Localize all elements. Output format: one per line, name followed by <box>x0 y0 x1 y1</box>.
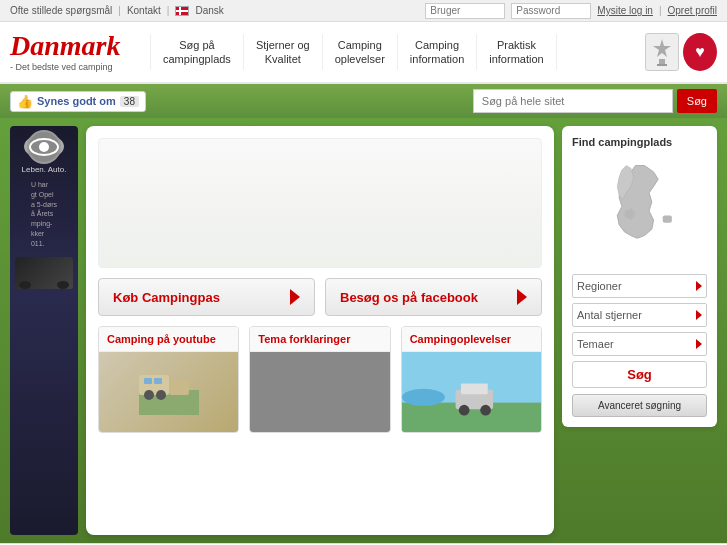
heart-icon: ♥ <box>683 33 717 71</box>
right-sidebar: Find campingplads Regioner <box>562 126 717 535</box>
nav-item-praktisk[interactable]: Praktisk information <box>477 34 556 71</box>
ad-text: U hargt Opela 5-dørså Åretsmping-kker011… <box>31 180 57 249</box>
oplevelser-card[interactable]: Campingoplevelser <box>401 326 542 433</box>
like-label: Synes godt om <box>37 95 116 107</box>
banner-buttons: Køb Campingpas Besøg os på facebook <box>98 278 542 316</box>
wheel-left <box>19 281 31 289</box>
register-link[interactable]: Opret profil <box>668 5 717 16</box>
svg-point-17 <box>480 405 491 416</box>
svg-rect-10 <box>144 378 152 384</box>
search-bar: 👍 Synes godt om 38 Søg <box>0 84 727 118</box>
arrow-right-icon <box>290 289 300 305</box>
lang-link[interactable]: Dansk <box>195 5 223 16</box>
site-search-area: Søg <box>473 89 717 113</box>
contact-link[interactable]: Kontakt <box>127 5 161 16</box>
opel-ad[interactable]: Leben. Auto. U hargt Opela 5-dørså Årets… <box>10 126 78 535</box>
left-ad: Leben. Auto. U hargt Opela 5-dørså Årets… <box>10 126 78 535</box>
tema-card-title: Tema forklaringer <box>250 327 389 352</box>
nav-bar: Danmark - Det bedste ved camping Søg på … <box>0 22 727 84</box>
like-count: 38 <box>120 96 139 107</box>
thumbs-up-icon: 👍 <box>17 94 33 109</box>
camping-award-icon <box>645 33 679 71</box>
arrow-right-icon-2 <box>517 289 527 305</box>
svg-point-9 <box>156 390 166 400</box>
opel-logo <box>24 134 64 159</box>
svg-rect-1 <box>657 64 667 66</box>
center-main: Køb Campingpas Besøg os på facebook Camp… <box>86 126 554 535</box>
facebook-button[interactable]: Besøg os på facebook <box>325 278 542 316</box>
youtube-card[interactable]: Camping på youtube <box>98 326 239 433</box>
youtube-thumbnail <box>99 352 238 432</box>
username-input[interactable] <box>425 3 505 19</box>
top-bar-left: Ofte stillede spørgsmål | Kontakt | Dans… <box>10 5 224 16</box>
find-campingplads: Find campingplads Regioner <box>562 126 717 427</box>
svg-rect-7 <box>169 380 189 395</box>
stjerner-select[interactable]: Antal stjerner <box>572 303 707 327</box>
svg-point-16 <box>458 405 469 416</box>
svg-point-4 <box>39 142 49 152</box>
logo-text: Danmark <box>10 32 130 60</box>
dropdown-arrow-3 <box>696 339 702 349</box>
temaer-select[interactable]: Temaer <box>572 332 707 356</box>
tema-card[interactable]: Tema forklaringer <box>249 326 390 433</box>
site-search-button[interactable]: Søg <box>677 89 717 113</box>
top-bar: Ofte stillede spørgsmål | Kontakt | Dans… <box>0 0 727 22</box>
fb-like-area[interactable]: 👍 Synes godt om 38 <box>10 91 146 112</box>
facebook-label: Besøg os på facebook <box>340 290 478 305</box>
wheel-right <box>57 281 69 289</box>
svg-rect-19 <box>662 216 671 223</box>
oplevelser-thumbnail <box>402 352 541 432</box>
svg-point-8 <box>144 390 154 400</box>
faq-link[interactable]: Ofte stillede spørgsmål <box>10 5 112 16</box>
buy-campingpas-button[interactable]: Køb Campingpas <box>98 278 315 316</box>
temaer-label: Temaer <box>577 338 614 350</box>
oplevelser-card-title: Campingoplevelser <box>402 327 541 352</box>
denmark-map[interactable] <box>572 156 707 266</box>
nav-item-stjerner[interactable]: Stjerner og Kvalitet <box>244 34 323 71</box>
nav-item-campingplads[interactable]: Søg på campingplads <box>150 34 244 71</box>
nav-item-camping-info[interactable]: Camping information <box>398 34 477 71</box>
sidebar-search-button[interactable]: Søg <box>572 361 707 388</box>
tema-thumbnail <box>250 352 389 432</box>
top-bar-right: Mysite log in | Opret profil <box>425 3 717 19</box>
hero-banner <box>98 138 542 268</box>
campingpas-label: Køb Campingpas <box>113 290 220 305</box>
find-title: Find campingplads <box>572 136 707 148</box>
regioner-select[interactable]: Regioner <box>572 274 707 298</box>
login-link[interactable]: Mysite log in <box>597 5 653 16</box>
stjerner-label: Antal stjerner <box>577 309 642 321</box>
site-search-input[interactable] <box>473 89 673 113</box>
thumb-cards: Camping på youtube Tema fo <box>98 326 542 433</box>
advanced-search-button[interactable]: Avanceret søgning <box>572 394 707 417</box>
logo-subtitle: - Det bedste ved camping <box>10 62 130 72</box>
main-content: Leben. Auto. U hargt Opela 5-dørså Årets… <box>0 118 727 543</box>
flag-icon <box>175 6 189 16</box>
svg-rect-11 <box>154 378 162 384</box>
dropdown-arrow-1 <box>696 281 702 291</box>
nav-item-oplevelser[interactable]: Camping oplevelser <box>323 34 398 71</box>
password-input[interactable] <box>511 3 591 19</box>
nav-items: Søg på campingplads Stjerner og Kvalitet… <box>150 34 637 71</box>
logo-area: Danmark - Det bedste ved camping <box>10 32 130 72</box>
svg-rect-15 <box>461 383 488 394</box>
dropdown-arrow-2 <box>696 310 702 320</box>
svg-point-18 <box>402 389 445 406</box>
car-image <box>15 257 73 289</box>
youtube-card-title: Camping på youtube <box>99 327 238 352</box>
opel-tagline: Leben. Auto. <box>22 165 67 174</box>
regioner-label: Regioner <box>577 280 622 292</box>
nav-icon-area: ♥ <box>645 33 717 71</box>
